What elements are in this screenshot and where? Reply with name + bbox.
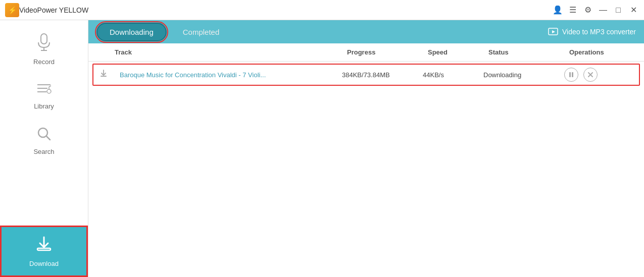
maximize-button[interactable]: □: [613, 5, 624, 16]
close-button[interactable]: ✕: [628, 5, 639, 16]
svg-rect-16: [101, 76, 107, 77]
col-header-track: Track: [109, 48, 341, 56]
svg-point-6: [47, 89, 51, 93]
table-row: Baroque Music for Concentration Vivaldi …: [92, 64, 640, 86]
search-icon: [36, 126, 52, 145]
tab-downloading[interactable]: Downloading: [96, 23, 167, 41]
minimize-button[interactable]: —: [598, 5, 609, 16]
library-icon: [36, 82, 52, 99]
row-track-name: Baroque Music for Concentration Vivaldi …: [114, 71, 336, 79]
row-download-icon: [93, 70, 114, 80]
svg-marker-14: [552, 30, 555, 33]
col-header-icon: [88, 48, 109, 56]
download-icon: [35, 235, 53, 257]
list-icon[interactable]: ☰: [567, 5, 578, 16]
col-header-speed: Speed: [422, 48, 482, 56]
row-progress: 384KB/73.84MB: [336, 71, 417, 79]
svg-rect-0: [41, 34, 47, 44]
app-title: VideoPower YELLOW: [19, 6, 552, 14]
converter-button[interactable]: Video to MP3 converter: [548, 28, 636, 36]
tabbar: Downloading Completed Video to MP3 conve…: [88, 20, 644, 43]
svg-line-10: [46, 136, 50, 140]
tab-completed[interactable]: Completed: [171, 24, 232, 40]
record-label: Record: [33, 58, 55, 66]
row-operations: [558, 68, 639, 82]
row-speed: 44KB/s: [417, 71, 477, 79]
main-content: Downloading Completed Video to MP3 conve…: [88, 20, 644, 277]
record-icon: [36, 33, 52, 55]
pause-button[interactable]: [564, 68, 578, 82]
sidebar-item-search[interactable]: Search: [0, 118, 88, 163]
titlebar: ⚡ VideoPower YELLOW 👤 ☰ ⚙ — □ ✕: [0, 0, 644, 20]
sidebar-item-download[interactable]: Download: [0, 226, 88, 277]
col-header-progress: Progress: [341, 48, 422, 56]
svg-rect-17: [569, 72, 571, 77]
window-controls: 👤 ☰ ⚙ — □ ✕: [552, 5, 639, 16]
search-label: Search: [33, 148, 54, 155]
table-container: Track Progress Speed Status Operations B…: [88, 43, 644, 277]
library-label: Library: [34, 102, 54, 110]
svg-line-8: [49, 86, 51, 87]
app-body: Record Library: [0, 20, 644, 277]
app-logo: ⚡: [5, 3, 19, 17]
svg-rect-12: [37, 248, 51, 250]
col-header-status: Status: [482, 48, 563, 56]
cancel-button[interactable]: [583, 68, 598, 82]
user-icon[interactable]: 👤: [552, 5, 563, 16]
table-header: Track Progress Speed Status Operations: [88, 43, 644, 62]
sidebar-item-library[interactable]: Library: [0, 74, 88, 118]
settings-icon[interactable]: ⚙: [582, 5, 593, 16]
svg-rect-18: [572, 72, 573, 77]
sidebar-item-record[interactable]: Record: [0, 25, 88, 74]
sidebar: Record Library: [0, 20, 88, 277]
row-status: Downloading: [477, 71, 558, 79]
col-header-operations: Operations: [563, 48, 644, 56]
download-label: Download: [29, 260, 59, 267]
